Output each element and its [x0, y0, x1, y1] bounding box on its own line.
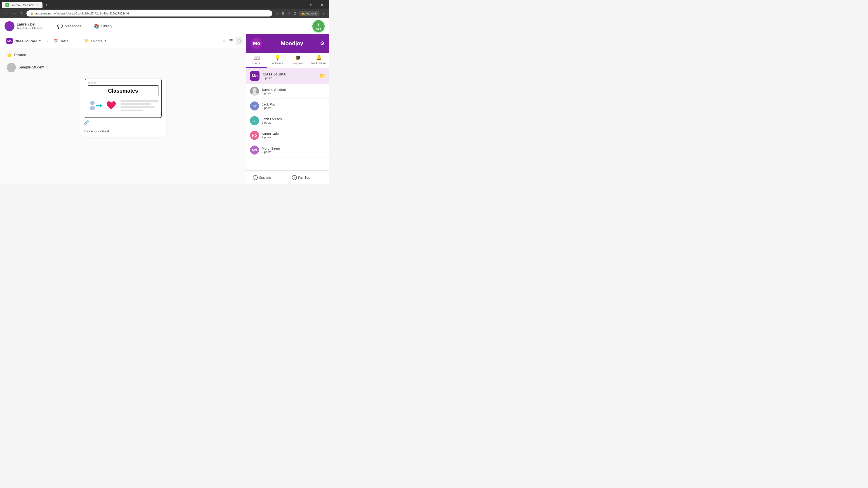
svg-point-2 [90, 101, 95, 105]
grid-view-button[interactable]: ⊞ [236, 37, 243, 45]
post-image: Classmates [80, 78, 166, 118]
student-info-0: Sample Student 3 posts [262, 88, 326, 95]
student-name-1: Jack Pot [262, 102, 326, 106]
add-button[interactable]: + Add [312, 20, 324, 32]
top-navigation: Lauren Deli Teacher · 2 Classes 💬 Messag… [0, 18, 329, 34]
refresh-button[interactable]: ↻ [19, 10, 25, 17]
tab-notifications[interactable]: 🔔 Notifications [309, 53, 329, 68]
class-name-label: Class Journal [14, 39, 37, 43]
pinned-student-item[interactable]: Sample Student [7, 61, 239, 74]
feed-area: ⭐ Pinned Sample Student [0, 48, 246, 184]
student-avatar-2: JL [250, 116, 259, 125]
families-button[interactable]: + Families [289, 173, 326, 182]
student-posts-4: 2 posts [262, 150, 326, 154]
bottom-row: + Students + Families [246, 170, 329, 184]
incognito-badge: 🕵 Incognito [299, 11, 320, 16]
library-nav-item[interactable]: 📚 Library [90, 22, 116, 31]
tab-bar: S Journal - Seesaw ✕ + ─ □ ✕ [0, 0, 329, 8]
student-list-item-4[interactable]: MS Mordi Seem 2 posts [246, 143, 329, 158]
dot-2 [91, 82, 93, 84]
students-plus-icon: + [253, 175, 258, 180]
link-icon[interactable]: 🔗 [84, 120, 89, 125]
notifications-tab-label: Notifications [311, 62, 326, 65]
right-header: Mo Moodjoy ⚙ [246, 34, 329, 53]
tab-title: Journal - Seesaw [11, 3, 33, 7]
class-journal-item[interactable]: Mo Class Journal 3 posts 📁 [246, 68, 329, 84]
url-text: app.seesaw.me/#/class/class.e01bf4c2-9a2… [35, 12, 129, 15]
messages-icon: 💬 [57, 24, 63, 29]
messages-label: Messages [65, 24, 81, 28]
active-tab[interactable]: S Journal - Seesaw ✕ [2, 2, 42, 8]
svg-point-0 [9, 64, 13, 68]
nav-divider [48, 22, 48, 31]
profile-icon[interactable]: ⊡ [293, 10, 298, 17]
tab-progress[interactable]: 🎓 Progress [288, 53, 309, 68]
date-prev-button[interactable]: ‹ [46, 38, 50, 43]
user-text: Lauren Deli Teacher · 2 Classes [17, 22, 42, 30]
list-view-button[interactable]: ☰ [227, 37, 235, 45]
url-input[interactable]: 🔒 app.seesaw.me/#/class/class.e01bf4c2-9… [26, 10, 272, 17]
maximize-button[interactable]: □ [306, 1, 316, 8]
student-posts-0: 3 posts [262, 92, 326, 95]
pinned-text: Pinned [14, 53, 26, 57]
svg-marker-5 [100, 104, 103, 107]
students-label: Students [259, 176, 272, 180]
class-journal-folder-icon: 📁 [319, 73, 326, 79]
date-next-button[interactable]: › [73, 38, 77, 43]
class-initial: Mo [253, 40, 260, 46]
settings-icon[interactable]: ⚙ [320, 40, 324, 46]
back-button[interactable]: ← [3, 11, 9, 17]
folders-selector[interactable]: 📁 Folders ▼ [81, 37, 110, 45]
student-list-item-0[interactable]: Sample Student 3 posts [246, 84, 329, 99]
sub-navigation: Mo Class Journal ▼ ‹ 📅 Dates › | 📁 Folde… [0, 34, 246, 48]
filter-icon[interactable]: ≡ [223, 38, 225, 43]
menu-icon[interactable]: ⋮ [321, 10, 327, 17]
forward-button[interactable]: → [11, 11, 17, 17]
card-title-text: Classmates [108, 88, 138, 94]
student-list: Mo Class Journal 3 posts 📁 Sample Studen… [246, 68, 329, 170]
class-badge: Mo [6, 38, 13, 44]
svg-point-7 [251, 92, 258, 96]
dates-selector[interactable]: 📅 Dates [51, 37, 71, 44]
students-button[interactable]: + Students [250, 173, 286, 182]
calendar-icon: 📅 [54, 39, 58, 43]
add-icon: + [317, 22, 320, 28]
class-selector[interactable]: Mo Class Journal ▼ [4, 36, 44, 45]
student-list-item-3[interactable]: KD Karen Dale 2 posts [246, 128, 329, 143]
download-icon[interactable]: ⬇ [287, 10, 291, 17]
student-posts-3: 2 posts [262, 135, 326, 139]
minimize-button[interactable]: ─ [295, 1, 306, 8]
post-card: Classmates [80, 78, 166, 137]
user-info: Lauren Deli Teacher · 2 Classes [4, 21, 42, 31]
class-chevron-down-icon: ▼ [38, 39, 41, 42]
extensions-icon[interactable]: ⊞ [281, 10, 285, 17]
journal-tab-icon: 📖 [254, 55, 260, 61]
svg-point-6 [252, 88, 256, 92]
pinned-section: ⭐ Pinned Sample Student [7, 53, 239, 74]
tab-close-button[interactable]: ✕ [36, 3, 39, 7]
bookmark-icon[interactable]: ☆ [274, 10, 279, 17]
tab-journal[interactable]: 📖 Journal [246, 53, 267, 68]
student-info-2: John Louises 2 posts [262, 117, 326, 124]
class-avatar-large: Mo [251, 38, 262, 49]
classmates-card: Classmates [85, 78, 162, 118]
address-bar: ← → ↻ 🔒 app.seesaw.me/#/class/class.e01b… [0, 8, 329, 18]
student-avatar-3: KD [250, 131, 259, 140]
student-list-item-1[interactable]: JP Jack Pot 2 posts [246, 99, 329, 113]
lock-icon: 🔒 [30, 12, 33, 15]
student-list-item-2[interactable]: JL John Louises 2 posts [246, 113, 329, 128]
close-button[interactable]: ✕ [317, 1, 327, 8]
student-info-4: Mordi Seem 2 posts [262, 147, 326, 154]
user-name: Lauren Deli [17, 22, 42, 26]
class-journal-info: Class Journal 3 posts [263, 72, 319, 80]
right-panel: Mo Moodjoy ⚙ 📖 Journal 💡 Activities 🎓 Pr… [246, 34, 329, 184]
folders-chevron-down-icon: ▼ [104, 39, 107, 42]
student-posts-1: 2 posts [262, 106, 326, 109]
tab-activities[interactable]: 💡 Activities [267, 53, 288, 68]
progress-tab-label: Progress [293, 62, 304, 65]
library-icon: 📚 [94, 24, 99, 29]
new-tab-button[interactable]: + [43, 2, 50, 8]
library-label: Library [101, 24, 112, 28]
notifications-tab-icon: 🔔 [316, 55, 322, 61]
messages-nav-item[interactable]: 💬 Messages [54, 22, 85, 31]
